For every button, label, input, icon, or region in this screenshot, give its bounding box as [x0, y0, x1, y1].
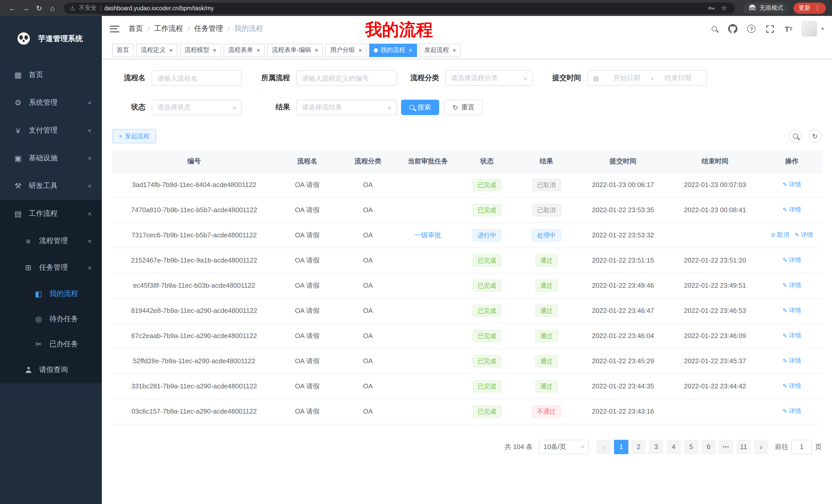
page-button[interactable]: 1 — [614, 440, 628, 454]
sidebar-item-home[interactable]: ▦ 首页 — [0, 61, 102, 89]
reset-button[interactable]: ↻ 重置 — [444, 100, 483, 115]
sidebar-item-dev-tools[interactable]: ⚒ 研发工具 ∨ — [0, 172, 102, 200]
tab[interactable]: 流程表单-编辑 × — [267, 44, 323, 57]
page-size-select[interactable]: 10条/页 ∨ — [539, 440, 589, 454]
detail-link[interactable]: ✎详情 — [783, 382, 801, 390]
next-page-button[interactable]: › — [754, 440, 768, 454]
sidebar-item-infrastructure[interactable]: ▣ 基础设施 ∨ — [0, 144, 102, 172]
parent-process-input[interactable] — [296, 71, 397, 86]
breadcrumb-item-workflow[interactable]: 工作流程 — [154, 24, 183, 33]
refresh-table-icon[interactable]: ↻ — [808, 130, 822, 143]
close-icon[interactable]: × — [358, 47, 362, 54]
browser-menu-icon[interactable]: ⋮ — [814, 4, 821, 12]
page-button[interactable]: ••• — [719, 440, 733, 454]
tab[interactable]: 流程定义 × — [136, 44, 177, 57]
result-badge: 不通过 — [532, 405, 561, 417]
submit-time-range-picker[interactable]: ▦ 开始日期 - 结束日期 — [587, 71, 707, 86]
breadcrumb-item-home[interactable]: 首页 — [129, 24, 143, 33]
breadcrumb-item-task-mgmt[interactable]: 任务管理 — [194, 24, 223, 33]
process-name-input[interactable] — [152, 71, 242, 86]
browser-home-icon[interactable]: ⌂ — [46, 2, 59, 14]
sidebar-item-todo-tasks[interactable]: ◎ 待办任务 — [0, 306, 102, 331]
result-cell: 已取消 — [516, 172, 577, 197]
github-icon[interactable] — [728, 23, 738, 34]
detail-link[interactable]: ✎详情 — [783, 306, 801, 315]
table-row[interactable]: 2152467e-7b9b-11ec-9a1b-acde48001122 OA … — [112, 248, 823, 273]
page-button[interactable]: 6 — [701, 440, 716, 454]
table-row[interactable]: 7470a810-7b9b-11ec-b5b7-acde48001122 OA … — [112, 197, 823, 222]
browser-back-icon[interactable]: ← — [6, 2, 19, 14]
sidebar-item-system-mgmt[interactable]: ⚙ 系统管理 ∨ — [0, 89, 102, 117]
sidebar-item-done-tasks[interactable]: ✂ 已办任务 — [0, 331, 102, 357]
app-logo[interactable]: 芋道管理系统 — [0, 16, 102, 61]
app-title: 芋道管理系统 — [38, 34, 83, 44]
result-select[interactable]: 请选择流结果 ∨ — [296, 100, 397, 115]
sidebar-item-my-process[interactable]: ◧ 我的流程 — [0, 281, 102, 306]
detail-link[interactable]: ✎详情 — [783, 180, 801, 189]
sidebar-item-workflow[interactable]: ▤ 工作流程 ∧ — [0, 200, 102, 228]
browser-forward-icon[interactable]: → — [20, 2, 32, 14]
close-icon[interactable]: × — [409, 47, 412, 54]
fullscreen-icon[interactable] — [765, 23, 775, 34]
table-row[interactable]: 03c6c157-7b9a-11ec-a290-acde48001122 OA … — [112, 399, 823, 424]
page-button[interactable]: 5 — [684, 440, 698, 454]
table-row[interactable]: 3ad174fb-7b9d-11ec-8404-acde48001122 OA … — [112, 172, 823, 197]
search-button[interactable]: 搜索 — [401, 100, 439, 115]
close-icon[interactable]: × — [169, 47, 173, 54]
table-row[interactable]: 331bc281-7b9a-11ec-a290-acde48001122 OA … — [112, 373, 823, 399]
browser-reload-icon[interactable]: ↻ — [33, 2, 45, 14]
tab[interactable]: 发起流程 × — [420, 44, 461, 57]
avatar[interactable] — [802, 21, 817, 36]
sidebar-item-task-mgmt[interactable]: ⊞ 任务管理 ∧ — [0, 254, 102, 281]
cancel-link[interactable]: ⊘取消 — [771, 231, 789, 240]
goto-page-input[interactable] — [791, 440, 812, 454]
close-icon[interactable]: × — [452, 47, 456, 54]
table-row[interactable]: 67c2eaab-7b9a-11ec-a290-acde48001122 OA … — [112, 323, 823, 348]
detail-link[interactable]: ✎详情 — [795, 231, 813, 240]
page-button[interactable]: 11 — [736, 440, 751, 454]
prev-page-button[interactable]: ‹ — [597, 440, 611, 454]
table-row[interactable]: 7317cec6-7b9b-11ec-b5b7-acde48001122 OA … — [112, 222, 823, 248]
tab[interactable]: 用户分组 × — [326, 44, 367, 57]
detail-link[interactable]: ✎详情 — [783, 256, 801, 264]
detail-link[interactable]: ✎详情 — [783, 357, 801, 365]
category-cell: OA — [338, 197, 397, 222]
search-icon — [409, 105, 414, 110]
tab[interactable]: 首页 × — [112, 44, 134, 57]
create-process-button[interactable]: + 发起流程 — [112, 129, 156, 143]
sidebar-item-leave-query[interactable]: 请假查询 — [0, 357, 102, 383]
hamburger-icon[interactable] — [110, 25, 119, 32]
page-button[interactable]: 4 — [667, 440, 681, 454]
table-row[interactable]: ec45f38f-7b9a-11ec-b03b-acde48001122 OA … — [112, 273, 823, 298]
tab[interactable]: 流程表单 × — [224, 44, 265, 57]
key-icon[interactable] — [706, 3, 716, 12]
show-search-icon[interactable] — [789, 130, 802, 143]
search-icon[interactable] — [709, 23, 720, 34]
help-icon[interactable]: ? — [746, 23, 757, 34]
caret-down-icon[interactable]: ▾ — [822, 26, 824, 31]
font-size-icon[interactable]: TT — [783, 23, 794, 34]
sidebar: 芋道管理系统 ▦ 首页 ⚙ 系统管理 ∨ ¥ 支付管理 ∨ ▣ — [0, 16, 102, 504]
actions-cell: ⊘取消 ✎详情 — [761, 298, 823, 323]
table-row[interactable]: 819442e8-7b9a-11ec-a290-acde48001122 OA … — [112, 298, 823, 323]
tab[interactable]: 我的流程 × — [369, 44, 417, 57]
browser-update-button[interactable]: 更新 ⋮ — [794, 2, 826, 13]
detail-link[interactable]: ✎详情 — [783, 407, 801, 416]
status-select[interactable]: 请选择状态 ∨ — [152, 100, 242, 115]
close-icon[interactable]: × — [315, 47, 318, 54]
page-button[interactable]: 3 — [649, 440, 663, 454]
close-icon[interactable]: × — [257, 47, 260, 54]
detail-link[interactable]: ✎详情 — [783, 205, 801, 214]
bookmark-star-icon[interactable]: ☆ — [719, 3, 729, 12]
task-link[interactable]: 一级审批 — [414, 230, 441, 240]
category-select[interactable]: 请选择流程分类 ∨ — [445, 71, 533, 86]
page-button[interactable]: 2 — [631, 440, 646, 454]
address-bar[interactable]: ⚠ 不安全 dashboard.yudao.iocoder.cn/bpm/tas… — [64, 2, 735, 13]
table-row[interactable]: 52ffd28e-7b9a-11ec-a290-acde48001122 OA … — [112, 348, 823, 373]
sidebar-item-payment-mgmt[interactable]: ¥ 支付管理 ∨ — [0, 117, 102, 144]
tab[interactable]: 流程模型 × — [180, 44, 221, 57]
sidebar-item-process-mgmt[interactable]: ≡ 流程管理 ∨ — [0, 228, 102, 254]
detail-link[interactable]: ✎详情 — [783, 331, 801, 340]
detail-link[interactable]: ✎详情 — [783, 281, 801, 290]
close-icon[interactable]: × — [213, 47, 216, 54]
